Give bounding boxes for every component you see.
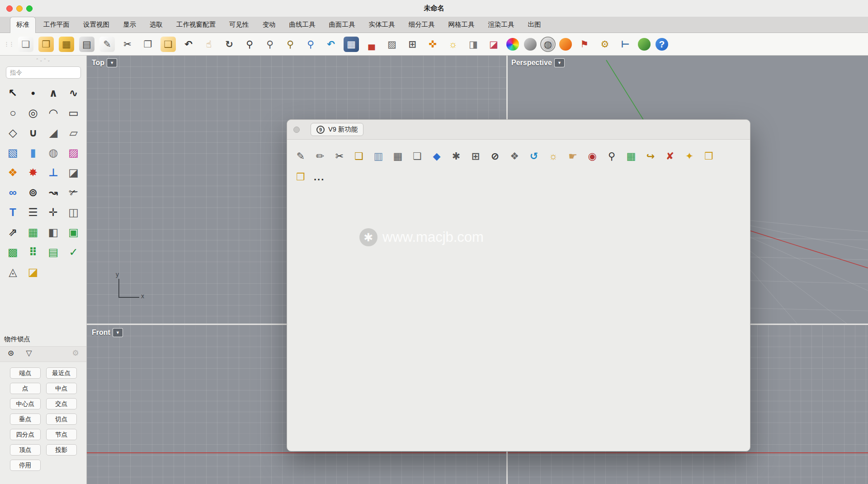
shapes-icon[interactable]: ❖	[507, 149, 522, 164]
plugin-icon[interactable]: ❖	[4, 164, 22, 182]
blend-curve-icon[interactable]: ∪	[24, 124, 42, 142]
osnap-button[interactable]: 端点	[10, 367, 41, 379]
pan-hand-icon[interactable]: ☝	[201, 37, 217, 52]
point-icon[interactable]: •	[24, 84, 42, 102]
zoom-extents-icon[interactable]: ⚲	[283, 37, 298, 52]
edge-surface-icon[interactable]: ▱	[65, 124, 83, 142]
osnap-button[interactable]: 顶点	[10, 444, 41, 456]
hand-cursor-icon[interactable]: ☛	[565, 149, 580, 164]
mirror-icon[interactable]: ◧	[44, 223, 62, 241]
ellipse-icon[interactable]: ◎	[24, 104, 42, 122]
revolve-icon[interactable]: ◬	[4, 263, 22, 281]
viewport-front-menu-button[interactable]: ▼	[113, 328, 123, 337]
lightbulb-icon[interactable]: ☼	[445, 37, 461, 52]
sweep-icon[interactable]: ◪	[24, 263, 42, 281]
surface-icon[interactable]: ◢	[44, 124, 62, 142]
dimension-tool-icon[interactable]: ⊢	[618, 37, 633, 52]
wireframe-sphere-icon[interactable]: ◍	[542, 38, 554, 51]
viewport-perspective-menu-button[interactable]: ▼	[554, 58, 565, 67]
zoom-icon[interactable]: ⚲	[242, 37, 257, 52]
folder-gear-icon-2[interactable]: ❒	[293, 169, 308, 185]
image-icon[interactable]: ▥	[371, 149, 386, 164]
osnap-gear-icon[interactable]: ⚙	[70, 348, 81, 358]
blue-swoosh-icon[interactable]: ↺	[526, 149, 542, 164]
menu-tab[interactable]: 工作视窗配置	[170, 17, 222, 33]
window-titlebar[interactable]: 未命名	[0, 0, 868, 17]
settings-gear-icon[interactable]: ⚙	[597, 37, 613, 52]
viewport-layout-icon[interactable]: ▦	[344, 37, 359, 52]
grid-color-icon[interactable]: ▦	[623, 149, 639, 164]
extrude-icon[interactable]: ▣	[65, 223, 83, 241]
rotate-view-icon[interactable]: ↻	[222, 37, 237, 52]
rotate-3d-icon[interactable]: ◫	[65, 203, 83, 221]
layers-icon[interactable]: ▤	[44, 243, 62, 261]
cut-icon[interactable]: ✂	[120, 37, 135, 52]
fillet-icon[interactable]: ↝	[44, 183, 62, 202]
menu-tab[interactable]: 变动	[257, 17, 282, 33]
view-undo-icon[interactable]: ↶	[323, 37, 339, 52]
array-icon[interactable]: ▦	[24, 223, 42, 241]
panel-grip[interactable]: ⌃⌄⌃⌄	[0, 56, 86, 62]
check-icon[interactable]: ✓	[65, 243, 83, 261]
page-edit-icon[interactable]: ✎	[99, 37, 115, 52]
polyline-icon[interactable]: ∧	[44, 84, 62, 102]
paste-icon[interactable]: ❑	[160, 37, 176, 52]
trim-icon[interactable]: ✃	[65, 183, 83, 202]
dialog-tab[interactable]: 9 V9 新功能	[311, 123, 363, 136]
viewport-perspective-title[interactable]: Perspective	[511, 59, 552, 67]
menu-tab[interactable]: 工作平面	[38, 17, 75, 33]
print-icon[interactable]: ▤	[79, 37, 94, 52]
scale-icon[interactable]: ⇗	[4, 223, 22, 241]
zoom-selected-icon[interactable]: ⚲	[303, 37, 318, 52]
array-linear-icon[interactable]: ⠿	[24, 243, 42, 261]
hatch-icon[interactable]: ☰	[24, 203, 42, 221]
dialog-close-button[interactable]	[293, 127, 300, 133]
menu-tab[interactable]: 显示	[117, 17, 142, 33]
calendar-icon[interactable]: ▦	[390, 149, 406, 164]
osnap-button[interactable]: 垂点	[10, 414, 41, 425]
new-document-icon[interactable]: ❏	[18, 37, 33, 52]
blue-surface-icon[interactable]: ◆	[429, 149, 444, 164]
filter-icon[interactable]: ▽	[24, 348, 34, 358]
box-icon[interactable]: ▧	[4, 144, 22, 162]
undo-icon[interactable]: ↶	[181, 37, 196, 52]
zoom-arrow-icon[interactable]: ⚲	[604, 149, 619, 164]
boolean-union-icon[interactable]: ∞	[4, 183, 22, 202]
menu-tab[interactable]: 实体工具	[363, 17, 401, 33]
circle-icon[interactable]: ○	[4, 104, 22, 122]
surface-pencil-icon[interactable]: ✎	[293, 149, 308, 164]
menu-tab[interactable]: 网格工具	[443, 17, 481, 33]
text-icon[interactable]: T	[4, 203, 22, 221]
ellipse-dark-icon[interactable]: ⊘	[487, 149, 503, 164]
close-button[interactable]	[6, 5, 13, 12]
menu-tab[interactable]: 标准	[10, 17, 36, 33]
menu-tab[interactable]: 曲线工具	[283, 17, 321, 33]
torus-icon[interactable]: ◍	[44, 144, 62, 162]
move-icon[interactable]: ✛	[44, 203, 62, 221]
document-icon[interactable]: ❏	[410, 149, 425, 164]
gumball-icon[interactable]: ✜	[425, 37, 440, 52]
open-file-icon[interactable]: ❒	[38, 37, 54, 52]
osnap-button[interactable]: 四分点	[10, 429, 41, 440]
menu-tab[interactable]: 可见性	[223, 17, 255, 33]
shaded-sphere-icon[interactable]	[524, 38, 537, 51]
clipboard-icon[interactable]: ❑	[351, 149, 367, 164]
nurbs-surface-icon[interactable]: ▨	[65, 144, 83, 162]
mesh-icon[interactable]: ▨	[384, 37, 400, 52]
save-icon[interactable]: ▦	[59, 37, 74, 52]
cylinder-icon[interactable]: ▮	[24, 144, 42, 162]
viewport-top-title[interactable]: Top	[92, 59, 104, 67]
zoom-window-icon[interactable]: ⚲	[262, 37, 278, 52]
copy-icon[interactable]: ❐	[140, 37, 156, 52]
rectangle-icon[interactable]: ▭	[65, 104, 83, 122]
curve-icon[interactable]: ∿	[65, 84, 83, 102]
select-icon[interactable]: ↖	[4, 84, 22, 102]
car-icon[interactable]: ▄	[364, 37, 379, 52]
globe-icon[interactable]: ◉	[585, 149, 600, 164]
osnap-button[interactable]: 点	[10, 383, 41, 394]
material-icon[interactable]: ◨	[466, 37, 481, 52]
rendered-sphere-icon[interactable]	[559, 38, 572, 51]
display-mode-icon[interactable]: ◪	[486, 37, 501, 52]
scissors-icon[interactable]: ✂	[332, 149, 347, 164]
detach-icon[interactable]: ✘	[662, 149, 678, 164]
